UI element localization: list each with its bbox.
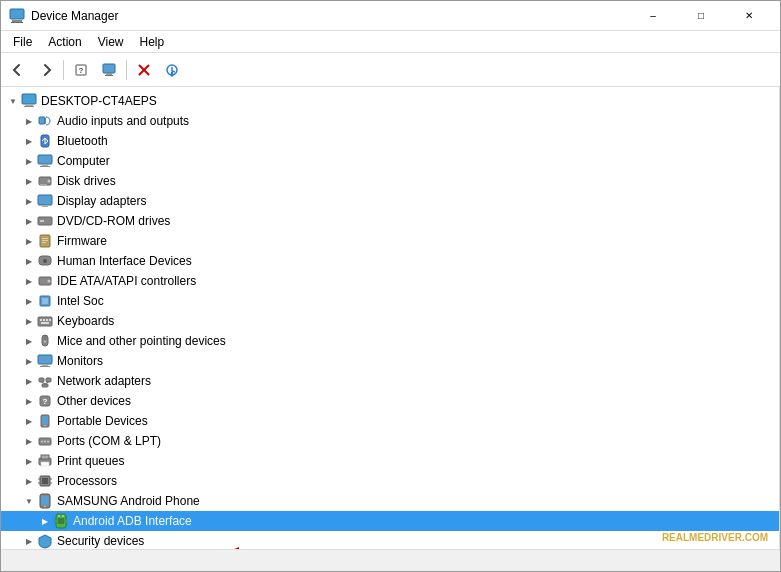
device-tree[interactable]: ▼ DESKTOP-CT4AEPS ▶ — [1, 87, 780, 549]
computer-icon — [21, 93, 37, 109]
tree-root[interactable]: ▼ DESKTOP-CT4AEPS — [1, 91, 779, 111]
tree-item-keyboards[interactable]: ▶ Keyboards — [1, 311, 779, 331]
svg-rect-29 — [42, 242, 46, 243]
svg-rect-23 — [42, 205, 48, 207]
svg-rect-64 — [41, 462, 49, 466]
scan-button[interactable] — [159, 57, 185, 83]
tree-item-display[interactable]: ▶ Display adapters — [1, 191, 779, 211]
device-manager-button[interactable] — [96, 57, 122, 83]
tree-item-adb[interactable]: ▶ Android ADB Interface — [1, 511, 779, 531]
tree-item-bluetooth[interactable]: ▶ Bluetooth — [1, 131, 779, 151]
bluetooth-label: Bluetooth — [57, 134, 108, 148]
monitors-expand[interactable]: ▶ — [21, 353, 37, 369]
svg-rect-35 — [42, 298, 48, 304]
audio-expand[interactable]: ▶ — [21, 113, 37, 129]
close-button[interactable]: ✕ — [726, 1, 772, 31]
tree-item-hid[interactable]: ▶ Human Interface Devices — [1, 251, 779, 271]
disk-expand[interactable]: ▶ — [21, 173, 37, 189]
display-label: Display adapters — [57, 194, 146, 208]
svg-point-76 — [62, 515, 63, 516]
firmware-label: Firmware — [57, 234, 107, 248]
menu-file[interactable]: File — [5, 33, 40, 51]
tree-item-samsung[interactable]: ▼ SAMSUNG Android Phone — [1, 491, 779, 511]
computer-label: Computer — [57, 154, 110, 168]
minimize-button[interactable]: – — [630, 1, 676, 31]
svg-point-61 — [47, 441, 49, 443]
ide-label: IDE ATA/ATAPI controllers — [57, 274, 196, 288]
tree-item-disk[interactable]: ▶ Disk drives — [1, 171, 779, 191]
device-manager-window: Device Manager – □ ✕ File Action View He… — [0, 0, 781, 572]
svg-rect-5 — [103, 64, 115, 73]
svg-rect-16 — [38, 155, 52, 164]
security-expand[interactable]: ▶ — [21, 533, 37, 549]
ports-icon — [37, 433, 53, 449]
tree-item-monitors[interactable]: ▶ Monitors — [1, 351, 779, 371]
other-label: Other devices — [57, 394, 131, 408]
svg-point-33 — [48, 280, 51, 283]
print-icon — [37, 453, 53, 469]
svg-rect-78 — [55, 519, 57, 523]
other-expand[interactable]: ▶ — [21, 393, 37, 409]
maximize-button[interactable]: □ — [678, 1, 724, 31]
audio-label: Audio inputs and outputs — [57, 114, 189, 128]
hid-expand[interactable]: ▶ — [21, 253, 37, 269]
menu-view[interactable]: View — [90, 33, 132, 51]
network-expand[interactable]: ▶ — [21, 373, 37, 389]
keyboard-icon — [37, 313, 53, 329]
properties-button[interactable]: ? — [68, 57, 94, 83]
tree-item-ide[interactable]: ▶ IDE ATA/ATAPI controllers — [1, 271, 779, 291]
dvd-label: DVD/CD-ROM drives — [57, 214, 170, 228]
tree-item-portable[interactable]: ▶ Portable Devices — [1, 411, 779, 431]
tree-item-network[interactable]: ▶ Network adapters — [1, 371, 779, 391]
tree-item-mice[interactable]: ▶ Mice and other pointing devices — [1, 331, 779, 351]
tree-item-print[interactable]: ▶ Print queues — [1, 451, 779, 471]
root-expand[interactable]: ▼ — [5, 93, 21, 109]
dvd-expand[interactable]: ▶ — [21, 213, 37, 229]
display-expand[interactable]: ▶ — [21, 193, 37, 209]
firmware-expand[interactable]: ▶ — [21, 233, 37, 249]
adb-expand[interactable]: ▶ — [37, 513, 53, 529]
keyboards-label: Keyboards — [57, 314, 114, 328]
bluetooth-expand[interactable]: ▶ — [21, 133, 37, 149]
toolbar: ? — [1, 53, 780, 87]
svg-rect-72 — [41, 496, 49, 505]
tree-item-dvd[interactable]: ▶ DVD/CD-ROM drives — [1, 211, 779, 231]
svg-text:?: ? — [43, 397, 48, 406]
svg-point-31 — [43, 259, 47, 263]
ide-expand[interactable]: ▶ — [21, 273, 37, 289]
mice-expand[interactable]: ▶ — [21, 333, 37, 349]
svg-rect-28 — [42, 240, 48, 241]
forward-button[interactable] — [33, 57, 59, 83]
svg-rect-40 — [49, 319, 51, 321]
processors-expand[interactable]: ▶ — [21, 473, 37, 489]
mouse-icon — [37, 333, 53, 349]
portable-label: Portable Devices — [57, 414, 148, 428]
uninstall-button[interactable] — [131, 57, 157, 83]
print-label: Print queues — [57, 454, 124, 468]
back-button[interactable] — [5, 57, 31, 83]
menu-help[interactable]: Help — [132, 33, 173, 51]
svg-rect-21 — [40, 184, 47, 185]
menu-action[interactable]: Action — [40, 33, 89, 51]
portable-expand[interactable]: ▶ — [21, 413, 37, 429]
intel-expand[interactable]: ▶ — [21, 293, 37, 309]
tree-item-intel[interactable]: ▶ Intel Soc — [1, 291, 779, 311]
svg-point-73 — [44, 506, 46, 508]
toolbar-sep-2 — [126, 60, 127, 80]
computer-expand[interactable]: ▶ — [21, 153, 37, 169]
tree-item-computer[interactable]: ▶ Computer — [1, 151, 779, 171]
svg-rect-6 — [106, 73, 112, 75]
tree-item-other[interactable]: ▶ ? Other devices — [1, 391, 779, 411]
samsung-expand[interactable]: ▼ — [21, 493, 37, 509]
tree-item-firmware[interactable]: ▶ Firmware — [1, 231, 779, 251]
firmware-icon — [37, 233, 53, 249]
keyboards-expand[interactable]: ▶ — [21, 313, 37, 329]
tree-item-ports[interactable]: ▶ Ports (COM & LPT) — [1, 431, 779, 451]
tree-item-security[interactable]: ▶ Security devices — [1, 531, 779, 549]
tree-item-audio[interactable]: ▶ Audio inputs and outputs — [1, 111, 779, 131]
svg-rect-18 — [40, 166, 50, 167]
ports-expand[interactable]: ▶ — [21, 433, 37, 449]
tree-item-processors[interactable]: ▶ Processors — [1, 471, 779, 491]
monitor-icon — [37, 353, 53, 369]
print-expand[interactable]: ▶ — [21, 453, 37, 469]
